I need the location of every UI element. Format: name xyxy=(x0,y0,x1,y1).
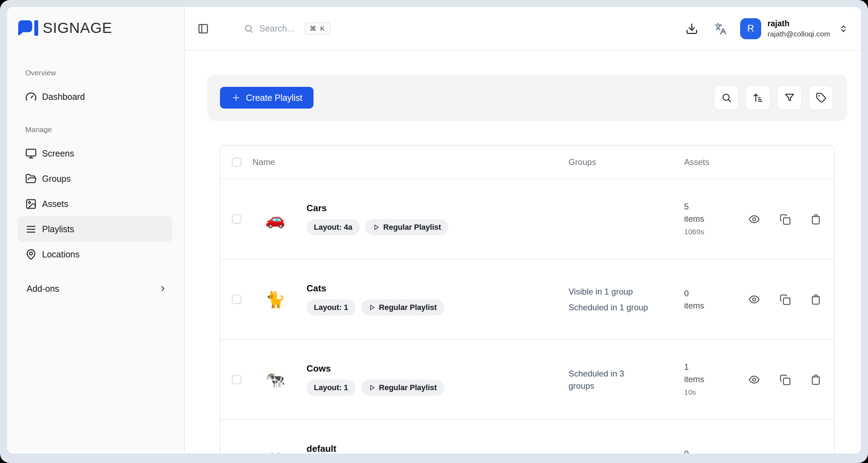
row-actions xyxy=(747,453,834,454)
section-label-manage: Manage xyxy=(25,125,172,134)
group-status: Visible in 1 group xyxy=(569,285,649,298)
window-frame: SIGNAGE Overview Dashboard Manage Screen… xyxy=(0,0,868,463)
table-row-default: 📺 default 0 items xyxy=(220,419,834,454)
play-icon xyxy=(368,304,376,311)
sidebar-item-label: Dashboard xyxy=(42,92,85,102)
trash-icon xyxy=(810,374,822,386)
assets-cell: 5 items 1069s xyxy=(684,200,747,238)
delete-button[interactable] xyxy=(809,373,823,387)
create-playlist-button[interactable]: Create Playlist xyxy=(220,87,314,109)
search-placeholder: Search... xyxy=(259,23,294,34)
view-button[interactable] xyxy=(747,212,761,226)
copy-icon xyxy=(779,374,791,386)
addons-label: Add-ons xyxy=(27,284,59,294)
sidebar-item-playlists[interactable]: Playlists xyxy=(18,216,172,242)
toolbar-actions xyxy=(714,86,833,110)
type-badge: Regular Playlist xyxy=(361,299,444,316)
search-shortcut-badge: ⌘ K xyxy=(305,22,331,35)
map-pin-icon xyxy=(25,249,37,260)
sort-button[interactable] xyxy=(746,86,770,110)
app-logo[interactable]: SIGNAGE xyxy=(18,20,184,36)
create-playlist-label: Create Playlist xyxy=(246,93,302,103)
table-row-cows: 🐄 Cows Layout: 1 Regular Playlist xyxy=(220,339,834,419)
content: Create Playlist xyxy=(185,51,861,454)
tag-button[interactable] xyxy=(809,86,833,110)
assets-count: 0 items xyxy=(684,448,709,454)
monitor-icon xyxy=(25,148,37,159)
folder-open-icon xyxy=(25,173,37,185)
logo-text: SIGNAGE xyxy=(43,20,112,36)
sidebar-item-dashboard[interactable]: Dashboard xyxy=(18,84,172,109)
playlist-emoji: 🚗 xyxy=(265,210,285,229)
sidebar-item-label: Locations xyxy=(42,249,80,260)
assets-duration: 10s xyxy=(684,386,747,398)
sidebar-item-addons[interactable]: Add-ons xyxy=(18,276,172,301)
download-icon xyxy=(686,22,698,35)
delete-button[interactable] xyxy=(809,212,823,226)
playlist-name[interactable]: Cars xyxy=(306,203,448,214)
playlist-name[interactable]: default xyxy=(306,443,336,454)
sidebar-item-locations[interactable]: Locations xyxy=(18,242,172,267)
tag-icon xyxy=(816,92,826,103)
sidebar-item-label: Screens xyxy=(42,148,74,159)
user-menu[interactable]: R rajath rajath@colloqi.com xyxy=(740,18,848,39)
eye-icon xyxy=(748,213,760,225)
row-checkbox[interactable] xyxy=(232,375,241,384)
delete-button[interactable] xyxy=(809,453,823,454)
sidebar-toggle-button[interactable] xyxy=(198,23,209,34)
copy-icon xyxy=(779,293,791,305)
duplicate-button[interactable] xyxy=(778,373,792,387)
section-label-overview: Overview xyxy=(25,69,172,77)
search-input[interactable]: Search... ⌘ K xyxy=(244,22,331,35)
assets-cell: 1 items 10s xyxy=(684,361,747,398)
sidebar-item-label: Groups xyxy=(42,174,71,184)
duplicate-button[interactable] xyxy=(778,212,792,226)
duplicate-button[interactable] xyxy=(778,453,792,454)
eye-icon xyxy=(748,293,760,305)
groups-cell: Visible in 1 group Scheduled in 1 group xyxy=(569,285,684,313)
trash-icon xyxy=(810,293,822,305)
sidebar-item-groups[interactable]: Groups xyxy=(18,166,172,191)
play-icon xyxy=(368,384,376,391)
sidebar-item-screens[interactable]: Screens xyxy=(18,141,172,166)
search-table-button[interactable] xyxy=(714,86,738,110)
chevron-right-icon xyxy=(158,284,167,293)
table-row-cars: 🚗 Cars Layout: 4a Regular Playlist xyxy=(220,179,834,259)
assets-duration: 1069s xyxy=(684,226,747,238)
app-window: SIGNAGE Overview Dashboard Manage Screen… xyxy=(7,7,861,454)
play-icon xyxy=(373,224,380,231)
playlist-emoji: 🐈 xyxy=(265,290,285,309)
view-button[interactable] xyxy=(747,292,761,306)
delete-button[interactable] xyxy=(809,292,823,306)
playlist-name[interactable]: Cats xyxy=(306,283,444,294)
user-email: rajath@colloqi.com xyxy=(767,30,830,37)
duplicate-button[interactable] xyxy=(778,292,792,306)
layout-badge: Layout: 4a xyxy=(306,219,360,235)
playlists-table: Name Groups Assets 🚗 Cars Layout: 4a xyxy=(220,145,835,454)
panel-left-icon xyxy=(198,23,209,34)
sidebar-item-label: Playlists xyxy=(42,224,74,234)
row-actions xyxy=(747,212,834,226)
image-icon xyxy=(25,198,37,210)
download-button[interactable] xyxy=(686,22,698,35)
groups-cell: Scheduled in 3 groups xyxy=(569,367,684,392)
row-checkbox[interactable] xyxy=(232,295,241,304)
row-actions xyxy=(747,292,834,306)
row-checkbox[interactable] xyxy=(232,214,241,224)
avatar: R xyxy=(740,18,761,39)
translate-button[interactable] xyxy=(714,22,727,35)
row-actions xyxy=(747,373,834,387)
gauge-icon xyxy=(25,91,37,103)
assets-count: 0 items xyxy=(684,287,709,312)
assets-cell: 0 items xyxy=(684,448,747,454)
playlist-toolbar: Create Playlist xyxy=(207,75,847,121)
view-button[interactable] xyxy=(747,453,761,454)
playlist-name[interactable]: Cows xyxy=(306,363,444,374)
view-button[interactable] xyxy=(747,373,761,387)
filter-button[interactable] xyxy=(777,86,801,110)
group-status: Scheduled in 1 group xyxy=(569,301,649,313)
playlist-emoji: 📺 xyxy=(265,450,285,454)
select-all-checkbox[interactable] xyxy=(232,158,241,167)
sidebar-item-assets[interactable]: Assets xyxy=(18,191,172,216)
assets-count: 1 items xyxy=(684,361,709,385)
